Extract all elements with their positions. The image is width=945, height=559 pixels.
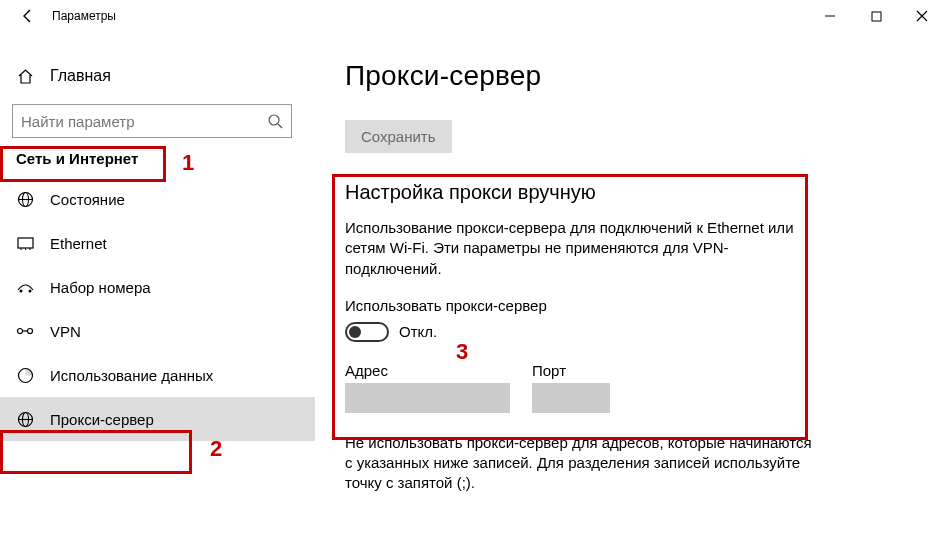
- svg-point-2: [269, 115, 279, 125]
- window-title: Параметры: [52, 9, 116, 23]
- search-input[interactable]: [21, 113, 251, 130]
- search-box[interactable]: [12, 104, 292, 138]
- use-proxy-toggle[interactable]: [345, 322, 389, 342]
- page-title: Прокси-сервер: [345, 60, 915, 92]
- exclusion-desc: Не использовать прокси-сервер для адресо…: [345, 433, 815, 494]
- close-button[interactable]: [899, 0, 945, 32]
- save-button[interactable]: Сохранить: [345, 120, 452, 153]
- sidebar-item-label: Ethernet: [50, 235, 107, 252]
- vpn-icon: [16, 324, 34, 338]
- main-content: Прокси-сервер Сохранить Настройка прокси…: [315, 32, 945, 559]
- sidebar-item-label: Главная: [50, 67, 111, 85]
- toggle-knob: [349, 326, 361, 338]
- use-proxy-label: Использовать прокси-сервер: [345, 297, 915, 314]
- svg-rect-7: [18, 238, 33, 248]
- sidebar-item-label: Набор номера: [50, 279, 151, 296]
- sidebar-section-title: Сеть и Интернет: [0, 138, 315, 177]
- sidebar-item-ethernet[interactable]: Ethernet: [0, 221, 315, 265]
- sidebar-item-status[interactable]: Состояние: [0, 177, 315, 221]
- proxy-icon: [16, 411, 34, 428]
- sidebar-item-label: Состояние: [50, 191, 125, 208]
- sidebar-item-proxy[interactable]: Прокси-сервер: [0, 397, 315, 441]
- sidebar-item-vpn[interactable]: VPN: [0, 309, 315, 353]
- toggle-state-text: Откл.: [399, 323, 437, 340]
- sidebar-item-dialup[interactable]: Набор номера: [0, 265, 315, 309]
- status-icon: [16, 191, 34, 208]
- minimize-button[interactable]: [807, 0, 853, 32]
- sidebar-item-data-usage[interactable]: Использование данных: [0, 353, 315, 397]
- search-icon: [267, 113, 283, 129]
- manual-proxy-heading: Настройка прокси вручную: [345, 181, 915, 204]
- port-input[interactable]: [532, 383, 610, 413]
- port-label: Порт: [532, 362, 610, 379]
- sidebar-item-home[interactable]: Главная: [0, 58, 315, 94]
- dialup-icon: [16, 280, 34, 295]
- sidebar-item-label: Использование данных: [50, 367, 213, 384]
- svg-point-11: [19, 289, 22, 292]
- svg-point-13: [18, 329, 23, 334]
- maximize-button[interactable]: [853, 0, 899, 32]
- sidebar-item-label: Прокси-сервер: [50, 411, 154, 428]
- manual-proxy-desc: Использование прокси-сервера для подключ…: [345, 218, 815, 279]
- address-input[interactable]: [345, 383, 510, 413]
- data-usage-icon: [16, 367, 34, 384]
- svg-point-14: [28, 329, 33, 334]
- ethernet-icon: [16, 236, 34, 251]
- sidebar: Главная Сеть и Интернет Состояние: [0, 32, 315, 559]
- sidebar-item-label: VPN: [50, 323, 81, 340]
- svg-line-3: [278, 124, 282, 128]
- back-button[interactable]: [8, 0, 48, 32]
- svg-point-12: [28, 289, 31, 292]
- svg-rect-1: [872, 12, 881, 21]
- home-icon: [16, 68, 34, 85]
- address-label: Адрес: [345, 362, 510, 379]
